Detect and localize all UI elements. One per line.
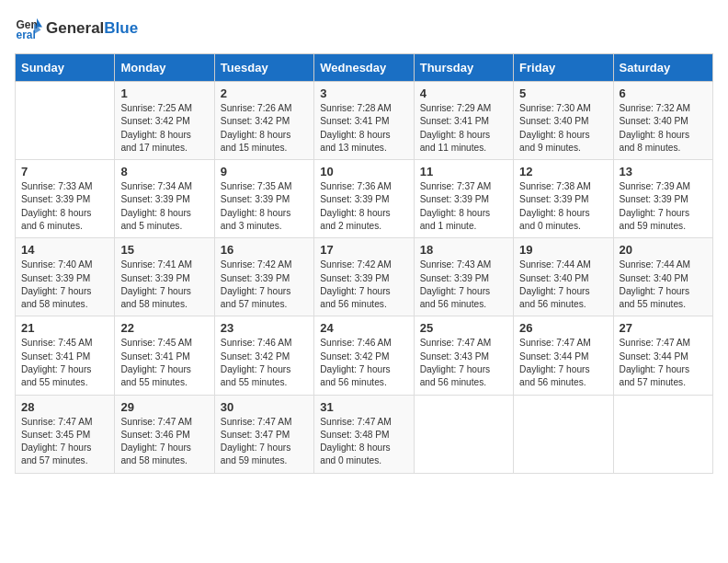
calendar-week-row: 1Sunrise: 7:25 AMSunset: 3:42 PMDaylight… <box>16 82 713 160</box>
weekday-header-saturday: Saturday <box>613 54 712 82</box>
calendar-cell: 8Sunrise: 7:34 AMSunset: 3:39 PMDaylight… <box>115 160 214 238</box>
logo-icon: Gen eral <box>15 15 42 42</box>
weekday-header-sunday: Sunday <box>16 54 115 82</box>
day-info: Sunrise: 7:39 AMSunset: 3:39 PMDaylight:… <box>620 180 707 233</box>
calendar-cell <box>613 395 712 473</box>
day-info: Sunrise: 7:40 AMSunset: 3:39 PMDaylight:… <box>21 259 108 311</box>
calendar-cell: 31Sunrise: 7:47 AMSunset: 3:48 PMDayligh… <box>314 395 414 473</box>
day-info: Sunrise: 7:41 AMSunset: 3:39 PMDaylight:… <box>120 259 208 311</box>
day-info: Sunrise: 7:46 AMSunset: 3:42 PMDaylight:… <box>320 337 407 389</box>
calendar-week-row: 28Sunrise: 7:47 AMSunset: 3:45 PMDayligh… <box>16 395 713 473</box>
day-info: Sunrise: 7:29 AMSunset: 3:41 PMDaylight:… <box>420 102 507 155</box>
day-number: 11 <box>420 165 507 178</box>
calendar-cell: 13Sunrise: 7:39 AMSunset: 3:39 PMDayligh… <box>613 160 712 238</box>
calendar-cell: 19Sunrise: 7:44 AMSunset: 3:40 PMDayligh… <box>514 238 613 316</box>
calendar-cell <box>16 82 115 160</box>
calendar-cell: 21Sunrise: 7:45 AMSunset: 3:41 PMDayligh… <box>16 316 115 395</box>
day-info: Sunrise: 7:42 AMSunset: 3:39 PMDaylight:… <box>221 259 308 311</box>
day-info: Sunrise: 7:36 AMSunset: 3:39 PMDaylight:… <box>320 180 407 233</box>
calendar-cell <box>414 395 513 473</box>
day-number: 9 <box>221 165 308 178</box>
svg-marker-2 <box>37 18 42 28</box>
day-info: Sunrise: 7:45 AMSunset: 3:41 PMDaylight:… <box>21 337 108 389</box>
day-info: Sunrise: 7:47 AMSunset: 3:45 PMDaylight:… <box>21 416 108 468</box>
day-info: Sunrise: 7:25 AMSunset: 3:42 PMDaylight:… <box>120 102 208 155</box>
day-number: 31 <box>320 400 407 414</box>
calendar-cell: 6Sunrise: 7:32 AMSunset: 3:40 PMDaylight… <box>613 82 712 160</box>
calendar-cell: 27Sunrise: 7:47 AMSunset: 3:44 PMDayligh… <box>613 316 712 395</box>
day-info: Sunrise: 7:30 AMSunset: 3:40 PMDaylight:… <box>519 102 607 155</box>
calendar-week-row: 14Sunrise: 7:40 AMSunset: 3:39 PMDayligh… <box>16 238 713 316</box>
calendar-cell: 12Sunrise: 7:38 AMSunset: 3:39 PMDayligh… <box>514 160 613 238</box>
day-info: Sunrise: 7:43 AMSunset: 3:39 PMDaylight:… <box>420 259 507 311</box>
day-info: Sunrise: 7:45 AMSunset: 3:41 PMDaylight:… <box>120 337 208 389</box>
calendar-cell: 7Sunrise: 7:33 AMSunset: 3:39 PMDaylight… <box>16 160 115 238</box>
day-number: 13 <box>620 165 707 178</box>
day-number: 3 <box>320 86 407 100</box>
calendar-cell: 14Sunrise: 7:40 AMSunset: 3:39 PMDayligh… <box>16 238 115 316</box>
day-info: Sunrise: 7:33 AMSunset: 3:39 PMDaylight:… <box>21 180 108 233</box>
day-info: Sunrise: 7:47 AMSunset: 3:46 PMDaylight:… <box>120 416 208 468</box>
day-number: 1 <box>120 86 208 100</box>
day-info: Sunrise: 7:46 AMSunset: 3:42 PMDaylight:… <box>221 337 308 389</box>
day-number: 19 <box>519 243 607 257</box>
calendar-cell: 26Sunrise: 7:47 AMSunset: 3:44 PMDayligh… <box>514 316 613 395</box>
calendar-cell: 9Sunrise: 7:35 AMSunset: 3:39 PMDaylight… <box>214 160 313 238</box>
day-number: 16 <box>221 243 308 257</box>
page-header: Gen eral GeneralBlue <box>15 15 713 42</box>
day-info: Sunrise: 7:47 AMSunset: 3:47 PMDaylight:… <box>221 416 308 468</box>
day-number: 21 <box>21 321 108 335</box>
day-number: 6 <box>620 86 707 100</box>
calendar-cell: 15Sunrise: 7:41 AMSunset: 3:39 PMDayligh… <box>115 238 214 316</box>
day-number: 23 <box>221 321 308 335</box>
calendar-cell: 4Sunrise: 7:29 AMSunset: 3:41 PMDaylight… <box>414 82 513 160</box>
weekday-header-wednesday: Wednesday <box>314 54 414 82</box>
day-number: 20 <box>620 243 707 257</box>
day-info: Sunrise: 7:38 AMSunset: 3:39 PMDaylight:… <box>519 180 607 233</box>
day-number: 15 <box>120 243 208 257</box>
svg-text:eral: eral <box>17 29 36 41</box>
calendar-cell: 17Sunrise: 7:42 AMSunset: 3:39 PMDayligh… <box>314 238 414 316</box>
day-info: Sunrise: 7:34 AMSunset: 3:39 PMDaylight:… <box>120 180 208 233</box>
day-number: 28 <box>21 400 108 414</box>
calendar-cell: 5Sunrise: 7:30 AMSunset: 3:40 PMDaylight… <box>514 82 613 160</box>
day-info: Sunrise: 7:47 AMSunset: 3:48 PMDaylight:… <box>320 416 407 468</box>
calendar-table: SundayMondayTuesdayWednesdayThursdayFrid… <box>15 53 713 474</box>
day-number: 29 <box>120 400 208 414</box>
weekday-header-tuesday: Tuesday <box>214 54 313 82</box>
day-info: Sunrise: 7:32 AMSunset: 3:40 PMDaylight:… <box>620 102 707 155</box>
day-number: 5 <box>519 86 607 100</box>
day-info: Sunrise: 7:47 AMSunset: 3:44 PMDaylight:… <box>519 337 607 389</box>
day-info: Sunrise: 7:44 AMSunset: 3:40 PMDaylight:… <box>620 259 707 311</box>
calendar-cell: 28Sunrise: 7:47 AMSunset: 3:45 PMDayligh… <box>16 395 115 473</box>
day-number: 30 <box>221 400 308 414</box>
day-number: 22 <box>120 321 208 335</box>
day-number: 12 <box>519 165 607 178</box>
calendar-cell: 1Sunrise: 7:25 AMSunset: 3:42 PMDaylight… <box>115 82 214 160</box>
calendar-week-row: 21Sunrise: 7:45 AMSunset: 3:41 PMDayligh… <box>16 316 713 395</box>
calendar-cell: 24Sunrise: 7:46 AMSunset: 3:42 PMDayligh… <box>314 316 414 395</box>
day-number: 18 <box>420 243 507 257</box>
day-info: Sunrise: 7:47 AMSunset: 3:43 PMDaylight:… <box>420 337 507 389</box>
day-number: 7 <box>21 165 108 178</box>
logo: Gen eral GeneralBlue <box>15 15 138 42</box>
calendar-cell: 29Sunrise: 7:47 AMSunset: 3:46 PMDayligh… <box>115 395 214 473</box>
calendar-cell <box>514 395 613 473</box>
day-info: Sunrise: 7:35 AMSunset: 3:39 PMDaylight:… <box>221 180 308 233</box>
calendar-cell: 20Sunrise: 7:44 AMSunset: 3:40 PMDayligh… <box>613 238 712 316</box>
weekday-header-monday: Monday <box>115 54 214 82</box>
day-info: Sunrise: 7:28 AMSunset: 3:41 PMDaylight:… <box>320 102 407 155</box>
calendar-cell: 16Sunrise: 7:42 AMSunset: 3:39 PMDayligh… <box>214 238 313 316</box>
day-number: 24 <box>320 321 407 335</box>
day-number: 2 <box>221 86 308 100</box>
logo-general: GeneralBlue <box>46 20 138 38</box>
day-number: 25 <box>420 321 507 335</box>
day-number: 4 <box>420 86 507 100</box>
weekday-header-friday: Friday <box>514 54 613 82</box>
weekday-header-thursday: Thursday <box>414 54 513 82</box>
day-number: 17 <box>320 243 407 257</box>
day-info: Sunrise: 7:26 AMSunset: 3:42 PMDaylight:… <box>221 102 308 155</box>
day-info: Sunrise: 7:42 AMSunset: 3:39 PMDaylight:… <box>320 259 407 311</box>
calendar-cell: 10Sunrise: 7:36 AMSunset: 3:39 PMDayligh… <box>314 160 414 238</box>
day-number: 10 <box>320 165 407 178</box>
